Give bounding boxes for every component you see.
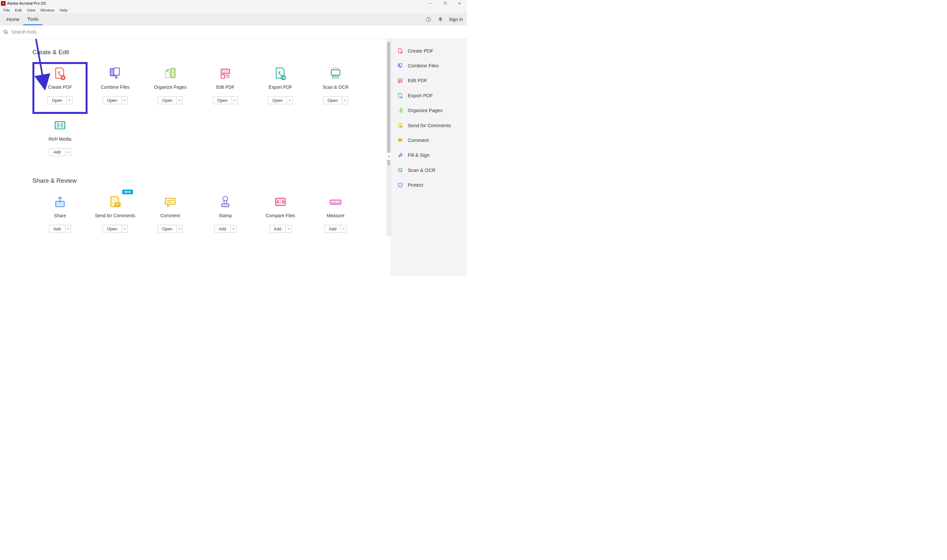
menu-window[interactable]: Window: [38, 7, 57, 14]
svg-rect-19: [57, 123, 59, 128]
tool-button[interactable]: Open: [103, 225, 122, 233]
sign-in-link[interactable]: Sign In: [449, 17, 463, 22]
send-comments-icon: [107, 194, 123, 210]
tool-caret[interactable]: [65, 225, 71, 233]
tool-measure[interactable]: Measure Add: [308, 191, 363, 243]
tool-organize-pages[interactable]: Organize Pages Open: [143, 62, 198, 114]
tool-share[interactable]: Share Add: [32, 191, 88, 243]
tool-send-for-comments[interactable]: NEW Send for Comments Open: [88, 191, 143, 243]
share-icon: [52, 194, 68, 210]
tool-label: Share: [54, 213, 66, 218]
edit-pdf-icon: [397, 78, 403, 84]
panel-item-organize-pages[interactable]: Organize Pages: [391, 103, 467, 118]
panel-item-create-pdf[interactable]: Create PDF: [391, 43, 467, 58]
tool-create-pdf[interactable]: Create PDF Open: [32, 62, 88, 114]
tool-button[interactable]: Open: [103, 97, 122, 104]
tool-button[interactable]: Add: [214, 225, 230, 233]
tool-button[interactable]: Open: [158, 225, 177, 233]
panel-item-comment[interactable]: Comment: [391, 133, 467, 148]
svg-rect-11: [221, 69, 229, 73]
tool-label: Stamp: [219, 213, 232, 218]
panel-item-label: Scan & OCR: [408, 167, 436, 173]
scrollbar-thumb[interactable]: [387, 42, 390, 165]
svg-point-1: [428, 20, 428, 21]
svg-rect-46: [398, 79, 402, 81]
tool-button[interactable]: Open: [48, 97, 66, 104]
panel-item-label: Organize Pages: [408, 108, 443, 113]
tool-button[interactable]: Open: [213, 97, 232, 104]
tool-caret[interactable]: [231, 225, 236, 233]
tool-caret[interactable]: [122, 225, 128, 233]
menu-edit[interactable]: Edit: [13, 7, 24, 14]
tool-caret[interactable]: [285, 225, 291, 233]
tool-button[interactable]: Add: [49, 225, 65, 233]
tool-caret[interactable]: [65, 149, 71, 156]
maximize-button[interactable]: ❐: [438, 0, 452, 6]
svg-rect-8: [114, 68, 119, 75]
panel-item-label: Edit PDF: [408, 78, 427, 83]
fill-sign-icon: [397, 152, 403, 158]
collapse-panel-handle[interactable]: [387, 153, 391, 160]
tool-caret[interactable]: [177, 97, 183, 104]
menubar: File Edit View Window Help: [0, 7, 467, 14]
tool-caret[interactable]: [341, 225, 346, 233]
svg-rect-17: [333, 76, 338, 78]
tool-scan-ocr[interactable]: Scan & OCR Open: [308, 62, 363, 114]
close-button[interactable]: ✕: [452, 0, 467, 6]
panel-item-scan-ocr[interactable]: Scan & OCR: [391, 163, 467, 177]
panel-item-label: Fill & Sign: [408, 152, 430, 158]
help-icon[interactable]: [425, 16, 432, 23]
tool-button[interactable]: Open: [268, 97, 287, 104]
tool-comment[interactable]: Comment Open: [143, 191, 198, 243]
tool-caret[interactable]: [122, 97, 128, 104]
tool-rich-media[interactable]: Rich Media Add: [32, 114, 88, 166]
tool-caret[interactable]: [287, 97, 293, 104]
organize-pages-icon: [162, 65, 178, 82]
tab-home[interactable]: Home: [3, 14, 23, 25]
compare-files-icon: [272, 194, 288, 210]
app-icon: [1, 1, 6, 6]
svg-rect-35: [222, 204, 229, 207]
notification-icon[interactable]: [437, 16, 444, 23]
tool-caret[interactable]: [66, 97, 72, 104]
menu-help[interactable]: Help: [57, 7, 70, 14]
comment-icon: [162, 194, 178, 210]
panel-item-combine-files[interactable]: Combine Files: [391, 58, 467, 73]
svg-rect-20: [60, 123, 63, 128]
export-pdf-icon: [397, 92, 403, 99]
tool-edit-pdf[interactable]: Edit PDF Open: [198, 62, 253, 114]
panel-item-edit-pdf[interactable]: Edit PDF: [391, 73, 467, 88]
tool-compare-files[interactable]: Compare Files Add: [253, 191, 308, 243]
tool-button[interactable]: Open: [158, 97, 177, 104]
tool-caret[interactable]: [342, 97, 348, 104]
tool-caret[interactable]: [232, 97, 238, 104]
tool-export-pdf[interactable]: Export PDF Open: [253, 62, 308, 114]
tool-button[interactable]: Add: [49, 149, 65, 156]
stamp-icon: [217, 194, 234, 210]
section-title-create-edit: Create & Edit: [32, 49, 385, 55]
panel-item-export-pdf[interactable]: Export PDF: [391, 88, 467, 103]
tool-button[interactable]: Add: [269, 225, 285, 233]
panel-item-fill-sign[interactable]: Fill & Sign: [391, 148, 467, 163]
edit-pdf-icon: [217, 65, 234, 82]
menu-file[interactable]: File: [1, 7, 12, 14]
tab-tools[interactable]: Tools: [23, 14, 42, 25]
panel-item-protect[interactable]: Protect: [391, 177, 467, 192]
tool-combine-files[interactable]: Combine Files Open: [88, 62, 143, 114]
panel-item-label: Comment: [408, 138, 429, 143]
svg-point-2: [4, 30, 7, 33]
svg-rect-54: [399, 169, 402, 171]
create-pdf-icon: [397, 48, 403, 54]
menu-view[interactable]: View: [25, 7, 37, 14]
tool-button[interactable]: Add: [325, 225, 340, 233]
panel-item-send-for-comments[interactable]: Send for Comments: [391, 118, 467, 133]
search-input[interactable]: [11, 29, 109, 34]
tool-stamp[interactable]: Stamp Add: [198, 191, 253, 243]
new-badge: NEW: [122, 190, 133, 194]
panel-item-label: Send for Comments: [408, 123, 451, 128]
tool-button[interactable]: Open: [323, 97, 342, 104]
svg-rect-10: [165, 72, 170, 78]
content-scrollbar[interactable]: [386, 39, 391, 236]
minimize-button[interactable]: —: [423, 0, 438, 6]
tool-caret[interactable]: [177, 225, 183, 233]
